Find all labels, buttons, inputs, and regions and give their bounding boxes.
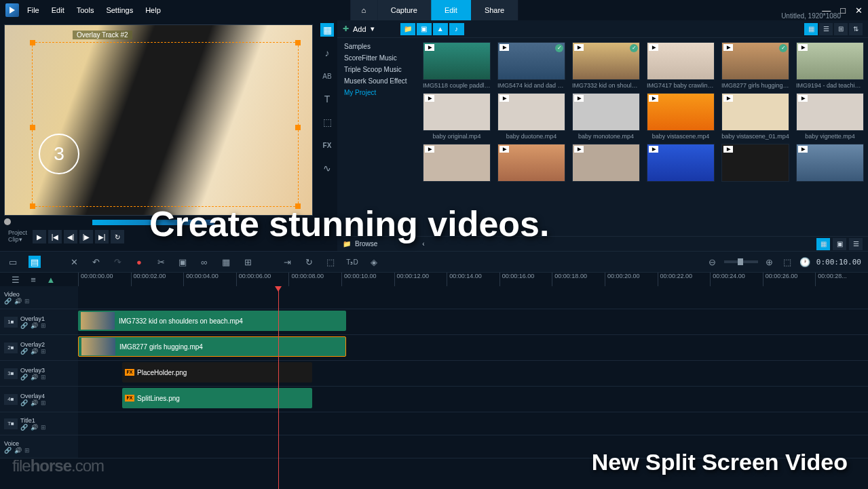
record-button[interactable]: ●	[133, 256, 145, 268]
media-thumbnail[interactable]: ▶	[721, 144, 789, 182]
media-thumbnail[interactable]: ▶IMG5118 couple paddle boardin..	[423, 42, 491, 89]
media-thumbnail[interactable]: ▶	[572, 144, 640, 182]
ruler-tick[interactable]: 00:00:14.00	[447, 273, 499, 286]
playhead[interactable]	[278, 286, 279, 489]
footer-btn-1[interactable]: ▦	[816, 238, 830, 250]
filter-audio[interactable]: ♪	[449, 23, 464, 35]
undo-button[interactable]: ↶	[90, 256, 102, 268]
ruler-tick[interactable]: 00:00:16.00	[499, 273, 552, 286]
media-thumbnail[interactable]: ▶baby vignette.mp4	[796, 93, 864, 140]
zoom-slider[interactable]	[724, 260, 758, 263]
media-thumbnail[interactable]: ▶	[423, 144, 491, 182]
filter-image[interactable]: ▲	[433, 23, 448, 35]
timecode-display[interactable]: 0:00:10.00	[816, 258, 861, 267]
lock-icon[interactable]: ⊞	[41, 399, 46, 406]
link-icon[interactable]: 🔗	[20, 374, 28, 380]
track-header[interactable]: T■Title1🔗 🔊 ⊞	[0, 412, 78, 435]
ruler-opt-3[interactable]: ▲	[45, 273, 57, 286]
resize-handle[interactable]	[30, 40, 35, 45]
track-lane[interactable]: FXSplitLines.png	[78, 387, 868, 412]
media-thumbnail[interactable]: ▶✓IMG8277 girls hugging.mp4	[721, 42, 789, 89]
rotate-button[interactable]: ↻	[303, 256, 315, 268]
mute-icon[interactable]: 🔊	[31, 399, 38, 406]
lock-icon[interactable]: ⊞	[41, 374, 46, 380]
mute-icon[interactable]: 🔊	[14, 298, 22, 305]
ruler-tick[interactable]: 00:00:26.00	[763, 273, 816, 286]
track-header[interactable]: 2■Overlay2🔗 🔊 ⊞	[0, 335, 78, 360]
media-thumbnail[interactable]: ▶baby monotone.mp4	[572, 93, 640, 140]
link-icon[interactable]: 🔗	[4, 447, 12, 454]
mute-icon[interactable]: 🔊	[31, 424, 38, 431]
track-lane[interactable]: IMG7332 kid on shoulders on beach.mp4	[78, 309, 868, 334]
grid-button[interactable]: ⊞	[242, 256, 254, 268]
track-lane[interactable]	[78, 412, 868, 435]
sound-tool[interactable]: ♪	[320, 46, 334, 60]
timeline-clip[interactable]: FXPlaceHolder.png	[122, 362, 312, 383]
link-icon[interactable]: 🔗	[20, 399, 28, 406]
overlay-tool[interactable]: ⬚	[320, 115, 334, 129]
resize-handle[interactable]	[295, 203, 301, 209]
sort-button[interactable]: ⇅	[849, 23, 863, 35]
lock-icon[interactable]: ⊞	[41, 424, 46, 431]
media-thumbnail[interactable]: ▶	[796, 144, 864, 182]
group-button[interactable]: ▦	[220, 256, 232, 268]
path-tool[interactable]: ∿	[320, 161, 334, 175]
play-button[interactable]: ▶	[33, 230, 46, 243]
view-grid[interactable]: ⊞	[834, 23, 848, 35]
resize-handle[interactable]	[295, 40, 301, 45]
redo-button[interactable]: ↷	[111, 256, 124, 268]
browse-label[interactable]: Browse	[355, 240, 377, 248]
3d-title-button[interactable]: T₃D	[346, 256, 358, 268]
mute-icon[interactable]: 🔊	[31, 374, 38, 380]
media-thumbnail[interactable]: ▶baby vistascene.mp4	[647, 93, 715, 140]
lock-icon[interactable]: ⊞	[41, 322, 46, 329]
resize-handle[interactable]	[30, 203, 35, 209]
mute-icon[interactable]: 🔊	[14, 447, 22, 454]
media-thumbnail[interactable]: ▶✓IMG5474 kid and dad on water l..	[497, 42, 565, 89]
track-header[interactable]: 3■Overlay3🔗 🔊 ⊞	[0, 361, 78, 386]
lock-icon[interactable]: ⊞	[41, 348, 46, 355]
ripple-button[interactable]: ⇥	[281, 256, 293, 268]
track-header[interactable]: Video🔗 🔊 ⊞	[0, 286, 78, 309]
media-thumbnail[interactable]: ▶✓IMG7332 kid on shoulders on b..	[572, 42, 640, 89]
ruler-tick[interactable]: 00:00:08.00	[288, 273, 341, 286]
track-header[interactable]: 4■Overlay4🔗 🔊 ⊞	[0, 387, 78, 412]
fx-tool[interactable]: FX	[320, 138, 334, 152]
tree-item[interactable]: My Project	[337, 87, 419, 98]
ruler-opt-1[interactable]: ☰	[10, 273, 22, 286]
goto-end-button[interactable]: ▶|	[95, 230, 109, 243]
footer-btn-3[interactable]: ☰	[849, 238, 863, 250]
tab-share[interactable]: Share	[471, 0, 518, 20]
filter-folder[interactable]: 📁	[400, 23, 415, 35]
resize-handle[interactable]	[30, 125, 35, 130]
tools-menu[interactable]: ✕	[68, 256, 80, 268]
mute-icon[interactable]: 🔊	[31, 322, 38, 329]
media-thumbnail[interactable]: ▶IMG7417 baby crawling.mp4	[647, 42, 715, 89]
menu-help[interactable]: Help	[145, 6, 161, 14]
tree-item[interactable]: Samples	[337, 41, 419, 52]
loop-button[interactable]: ↻	[111, 230, 124, 243]
ruler-tick[interactable]: 00:00:04.00	[183, 273, 236, 286]
ruler-tick[interactable]: 00:00:20.00	[605, 273, 658, 286]
split-button[interactable]: ✂	[155, 256, 167, 268]
scrub-marker[interactable]	[4, 218, 11, 225]
ruler-tick[interactable]: 00:00:24.00	[710, 273, 763, 286]
track-lane[interactable]: FXPlaceHolder.png	[78, 361, 868, 386]
media-thumbnail[interactable]: ▶	[647, 144, 715, 182]
ruler-tick[interactable]: 00:00:06.00	[236, 273, 289, 286]
footer-btn-2[interactable]: ▣	[833, 238, 846, 250]
browse-icon[interactable]: 📁	[343, 240, 351, 248]
track-header[interactable]: Voice🔗 🔊 ⊞	[0, 435, 78, 458]
tab-capture[interactable]: Capture	[377, 0, 431, 20]
tab-home[interactable]: ⌂	[350, 0, 377, 20]
timeline-clip[interactable]: FXSplitLines.png	[122, 388, 312, 408]
preview-scrubber[interactable]	[4, 218, 313, 227]
menu-settings[interactable]: Settings	[106, 6, 133, 14]
crop-button[interactable]: ⬚	[324, 256, 337, 268]
fit-button[interactable]: ⬚	[781, 256, 793, 268]
lock-icon[interactable]: ⊞	[24, 447, 30, 454]
mask-button[interactable]: ◈	[368, 256, 380, 268]
link-icon[interactable]: 🔗	[20, 322, 28, 329]
mute-icon[interactable]: 🔊	[31, 348, 38, 355]
playback-mode[interactable]: ProjectClip▾	[8, 230, 27, 243]
